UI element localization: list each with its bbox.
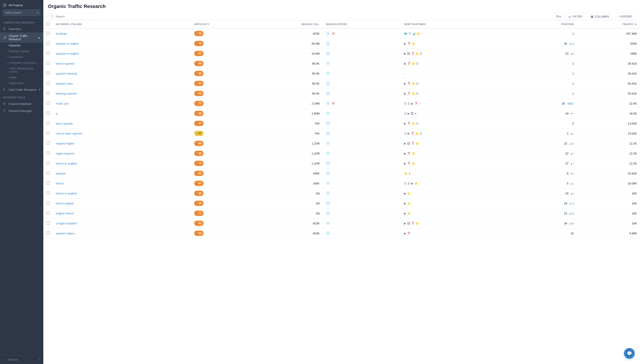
row-checkbox-cell[interactable] [43,178,53,188]
col-header-difficulty[interactable]: DIFFICULTY [191,20,254,28]
row-checkbox-cell[interactable] [43,38,53,48]
copy-button[interactable]: ⧉ ▾ [554,13,563,20]
row-checkbox[interactable] [47,222,50,224]
keyword-link[interactable]: french in english [56,192,77,195]
keyword-link[interactable]: learning spanish [56,92,77,95]
row-checkbox[interactable] [47,192,50,195]
row-checkbox[interactable] [47,52,50,55]
sidebar-item-paid-traffic[interactable]: $ Paid Traffic Research ▾ [0,86,43,93]
row-checkbox[interactable] [47,72,50,75]
row-checkbox[interactable] [47,82,50,85]
row-checkbox-cell[interactable] [43,78,53,88]
keyword-link[interactable]: learn spanish [56,122,73,125]
columns-button[interactable]: ▦ COLUMNS [587,13,612,20]
keyword-link[interactable]: english french [56,212,74,215]
search-box[interactable] [48,13,97,20]
page-title: Organic Traffic Research [48,4,635,13]
keyword-link[interactable]: french [56,182,64,185]
sidebar-item-overview[interactable]: ⊞ Overview [0,25,43,32]
row-checkbox-cell[interactable] [43,118,53,128]
col-header-searchvol[interactable]: SEARCH VOL. [254,20,323,28]
row-checkbox[interactable] [47,102,50,105]
sidebar-item-keyword-manager[interactable]: ☰ Keyword Manager [0,107,43,114]
row-checkbox-cell[interactable] [43,68,53,78]
minimize-button[interactable]: ← Minimize ? [3,358,40,361]
keyword-link[interactable]: music you [56,102,69,105]
row-checkbox[interactable] [47,142,50,145]
col-header-intent[interactable]: SEARCH INTENT [323,20,401,28]
keyword-link[interactable]: espanol ingles [56,142,74,145]
keyword-link[interactable]: spanish in english [56,52,79,55]
keyword-link[interactable]: spanish ingles... [56,232,76,235]
sidebar-subitem-competitor-comparison[interactable]: Competitor comparison [6,60,43,66]
row-checkbox[interactable] [47,172,50,175]
keyword-link[interactable]: learns spanish [56,62,74,65]
row-checkbox-cell[interactable] [43,198,53,208]
intent-cell: I [323,58,401,68]
difficulty-cell: 70 [191,38,254,48]
row-checkbox[interactable] [47,212,50,215]
keyword-link[interactable]: spanish learn [56,82,73,85]
chat-button[interactable]: 💬 [624,348,635,359]
sidebar-subitem-pages[interactable]: Pages [6,74,43,80]
row-checkbox-cell[interactable] [43,228,53,238]
keyword-link[interactable]: how to learn spanish [56,132,82,135]
row-checkbox-cell[interactable] [43,138,53,148]
filter-button[interactable]: ⚌ FILTER [565,13,585,20]
row-checkbox[interactable] [47,182,50,185]
sidebar-subitem-subdomains[interactable]: Subdomains [6,80,43,86]
row-checkbox[interactable] [47,162,50,165]
row-checkbox-cell[interactable] [43,58,53,68]
all-projects-link[interactable]: ⌂ All Projects [3,3,41,7]
col-header-traffic[interactable]: TRAFFIC ▼ [577,20,640,28]
row-checkbox-cell[interactable] [43,48,53,58]
row-checkbox[interactable] [47,42,50,45]
select-all-checkbox[interactable] [47,22,50,26]
row-checkbox[interactable] [47,112,50,115]
sidebar-subitem-keywords[interactable]: Keywords [6,42,43,48]
keyword-link[interactable]: spanish learning [56,72,77,75]
row-checkbox-cell[interactable] [43,158,53,168]
row-checkbox-cell[interactable] [43,218,53,228]
row-checkbox-cell[interactable] [43,98,53,108]
keyword-link[interactable]: french english [56,202,74,205]
project-select[interactable]: Select project ▾ [3,9,41,16]
search-input[interactable] [56,15,94,18]
keyword-link[interactable]: a ingles español [56,222,77,225]
row-checkbox[interactable] [47,62,50,65]
keyword-link[interactable]: spanish [56,172,66,175]
row-checkbox-cell[interactable] [43,88,53,98]
row-checkbox[interactable] [47,202,50,205]
row-checkbox[interactable] [47,152,50,155]
sidebar-item-expand-db[interactable]: ⊞ Expand Database [0,100,43,107]
row-checkbox-cell[interactable] [43,168,53,178]
sidebar-subitem-traffic-distribution[interactable]: Traffic distribution by country [6,66,43,74]
export-button[interactable]: ↑ EXPORT [614,13,635,20]
col-header-position[interactable]: POSITION [502,20,577,28]
row-checkbox-cell[interactable] [43,108,53,118]
row-checkbox-cell[interactable] [43,208,53,218]
volume-cell: 1.22M [254,158,323,168]
sidebar-item-organic-traffic[interactable]: 🔗 Organic Traffic Research ▲ [0,32,43,42]
keyword-link[interactable]: a [56,112,57,115]
col-header-serp[interactable]: SERP FEATURES [401,20,502,28]
row-checkbox-cell[interactable] [43,188,53,198]
row-checkbox[interactable] [47,122,50,125]
row-checkbox-cell[interactable] [43,148,53,158]
keyword-link[interactable]: french to english [56,162,77,165]
sidebar-subitem-competitors[interactable]: Competitors [6,54,43,60]
keyword-link[interactable]: duolingo [56,32,67,35]
row-checkbox[interactable] [47,32,50,35]
col-header-keyword[interactable]: KEYWORD (736,040) [53,20,191,28]
row-checkbox-cell[interactable] [43,128,53,138]
keyword-link[interactable]: ingles espanol [56,152,74,155]
keyword-link[interactable]: spanish to english [56,42,79,45]
position-cell: 13 ▲26 [502,208,577,218]
row-checkbox[interactable] [47,92,50,95]
row-checkbox-cell[interactable] [43,28,53,38]
row-checkbox[interactable] [47,232,50,234]
row-checkbox[interactable] [47,132,50,135]
manager-icon: ☰ [3,109,7,112]
select-all-header[interactable] [43,20,53,28]
sidebar-subitem-ranking-changes[interactable]: Ranking changes [6,48,43,54]
